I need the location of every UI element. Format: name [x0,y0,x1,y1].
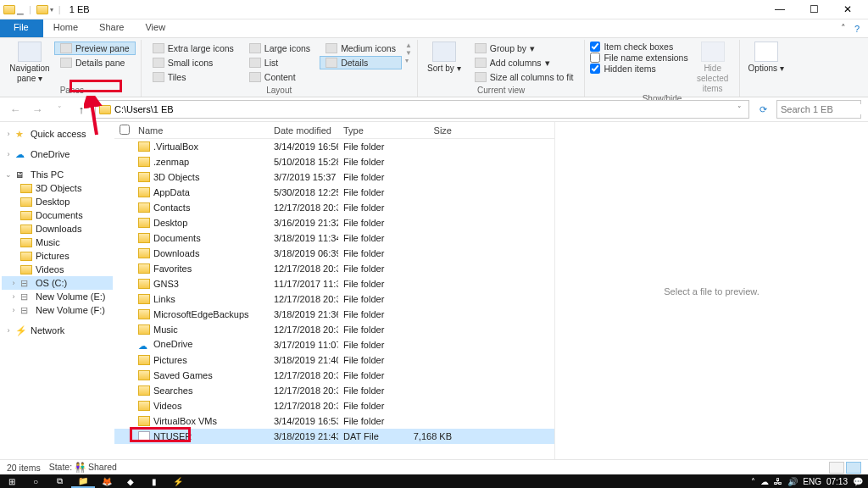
nav-item-3d-objects[interactable]: 3D Objects [2,181,113,195]
tab-share[interactable]: Share [89,19,135,37]
file-row[interactable]: AppData5/30/2018 12:25File folder [114,185,554,200]
address-bar[interactable]: ˅ [95,100,749,119]
nav-onedrive[interactable]: ›OneDrive [2,147,113,161]
scroll-down-icon[interactable]: ▼ [405,49,412,57]
layout-list[interactable]: List [243,56,316,69]
file-row[interactable]: Pictures3/18/2019 21:40File folder [114,352,554,368]
taskbar-app-2[interactable]: ▮ [142,474,166,488]
nav-this-pc[interactable]: ⌄This PC [2,168,113,181]
column-date[interactable]: Date modified [269,125,338,136]
up-button[interactable]: ↑ [73,103,90,116]
file-extensions-toggle[interactable]: File name extensions [590,53,687,63]
file-row[interactable]: Downloads3/18/2019 06:39File folder [114,246,554,261]
dropdown-icon[interactable]: ▾ [50,6,53,14]
taskbar-app-explorer[interactable]: 📁 [71,474,95,488]
layout-xl[interactable]: Extra large icons [147,42,240,55]
start-button[interactable]: ⊞ [0,474,24,488]
hidden-items-toggle[interactable]: Hidden items [590,64,687,74]
close-button[interactable]: ✕ [831,0,865,19]
file-row[interactable]: Music12/17/2018 20:35File folder [114,322,554,337]
layout-small[interactable]: Small icons [147,56,240,69]
tray-expand-icon[interactable]: ˄ [751,477,755,486]
address-input[interactable] [114,104,734,114]
nav-item-music[interactable]: Music [2,236,113,249]
navigation-pane-button[interactable]: Navigation pane ▾ [8,42,51,84]
column-size[interactable]: Size [406,125,457,136]
nav-item-os-c-[interactable]: ›OS (C:) [2,276,113,290]
expand-icon[interactable]: ▾ [405,57,412,64]
file-row[interactable]: Saved Games12/17/2018 20:35File folder [114,368,554,383]
file-row[interactable]: VirtualBox VMs3/14/2019 16:53File folder [114,413,554,429]
options-button[interactable]: Options ▾ [745,42,787,74]
column-type[interactable]: Type [338,125,406,136]
view-thumbnails-button[interactable] [846,462,861,474]
layout-tiles[interactable]: Tiles [147,70,240,84]
file-row[interactable]: 3D Objects3/7/2019 15:37File folder [114,169,554,185]
nav-item-new-volume-e-[interactable]: ›New Volume (E:) [2,290,113,303]
size-columns-button[interactable]: Size all columns to fit [469,70,580,84]
recent-dropdown[interactable]: ˅ [51,105,68,114]
back-button[interactable]: ← [7,103,24,116]
scroll-up-icon[interactable]: ▲ [405,42,412,49]
file-row[interactable]: Videos12/17/2018 20:35File folder [114,398,554,413]
taskview-button[interactable]: ⧉ [47,474,71,488]
nav-item-videos[interactable]: Videos [2,263,113,276]
tray-network-icon[interactable]: 🖧 [774,477,782,486]
group-by-button[interactable]: Group by ▾ [469,42,580,55]
nav-network[interactable]: ›Network [2,324,113,337]
tab-view[interactable]: View [135,19,176,37]
ribbon-collapse-icon[interactable]: ˄ [841,23,846,34]
tray-language[interactable]: ENG [803,477,821,486]
tab-home[interactable]: Home [43,19,89,37]
column-name[interactable]: Name [133,125,269,136]
nav-quick-access[interactable]: ›Quick access [2,127,113,141]
tray-cloud-icon[interactable]: ☁ [760,477,769,486]
search-box[interactable]: 🔍 [776,100,861,119]
file-row[interactable]: MicrosoftEdgeBackups3/18/2019 21:36File … [114,307,554,322]
taskbar-app-1[interactable]: ◆ [119,474,142,488]
tray-volume-icon[interactable]: 🔊 [787,477,798,486]
nav-item-documents[interactable]: Documents [2,208,113,222]
file-row[interactable]: .zenmap5/10/2018 15:28File folder [114,154,554,169]
add-columns-button[interactable]: Add columns ▾ [469,56,580,69]
nav-item-desktop[interactable]: Desktop [2,195,113,208]
column-headers[interactable]: Name Date modified Type Size [114,122,554,139]
preview-pane-button[interactable]: Preview pane [54,42,136,55]
file-row[interactable]: Searches12/17/2018 20:35File folder [114,383,554,398]
tray-notifications-icon[interactable]: 💬 [853,477,863,486]
tab-file[interactable]: File [0,19,43,37]
layout-details[interactable]: Details [320,56,402,69]
select-all-checkbox[interactable] [120,125,130,135]
file-row[interactable]: .VirtualBox3/14/2019 16:56File folder [114,139,554,154]
layout-content[interactable]: Content [243,70,316,84]
file-row[interactable]: NTUSER3/18/2019 21:43DAT File7,168 KB [114,429,554,444]
taskbar-app-3[interactable]: ⚡ [166,474,190,488]
item-checkboxes-toggle[interactable]: Item check boxes [590,42,687,52]
file-row[interactable]: Favorites12/17/2018 20:35File folder [114,261,554,276]
nav-item-new-volume-f-[interactable]: ›New Volume (F:) [2,303,113,317]
file-row[interactable]: GNS311/17/2017 11:33File folder [114,276,554,291]
layout-large[interactable]: Large icons [243,42,316,55]
nav-item-downloads[interactable]: Downloads [2,222,113,236]
view-details-button[interactable] [829,462,844,474]
address-dropdown-icon[interactable]: ˅ [734,105,745,114]
details-pane-button[interactable]: Details pane [54,56,136,69]
tray-time[interactable]: 07:13 [826,477,848,486]
cortana-button[interactable]: ○ [24,474,47,488]
refresh-button[interactable]: ⟳ [754,104,771,115]
search-input[interactable] [781,104,868,114]
file-row[interactable]: Documents3/18/2019 11:34File folder [114,230,554,246]
file-row[interactable]: Links12/17/2018 20:35File folder [114,291,554,307]
file-row[interactable]: OneDrive3/17/2019 11:07File folder [114,337,554,352]
sort-by-button[interactable]: Sort by ▾ [423,42,465,74]
hide-selected-button[interactable]: Hide selected items [692,42,734,94]
help-icon[interactable]: ? [854,24,860,34]
file-row[interactable]: Contacts12/17/2018 20:35File folder [114,200,554,215]
layout-medium[interactable]: Medium icons [320,42,402,55]
minimize-button[interactable]: — [763,0,797,19]
nav-item-pictures[interactable]: Pictures [2,249,113,263]
forward-button[interactable]: → [29,103,46,116]
taskbar-app-firefox[interactable]: 🦊 [95,474,119,488]
file-row[interactable]: Desktop3/16/2019 21:32File folder [114,215,554,230]
maximize-button[interactable]: ☐ [797,0,831,19]
